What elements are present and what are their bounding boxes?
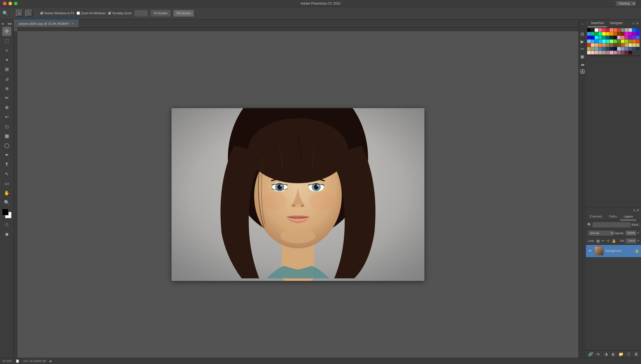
swatch-color[interactable] [625, 36, 628, 39]
swatch-color[interactable] [617, 28, 621, 32]
zoom-all-windows-checkbox[interactable]: Zoom All Windows [77, 12, 106, 15]
swatch-color[interactable] [621, 32, 624, 36]
swatch-color[interactable] [598, 36, 602, 39]
document-tab[interactable]: justyna-1838 copy @ 33.3% (RGB/8*) ✕ [14, 20, 79, 27]
crop-tool[interactable]: ⊞ [2, 65, 11, 74]
zoom-input[interactable]: 100% [134, 10, 148, 17]
layer-visibility-toggle[interactable]: 👁 [588, 249, 592, 253]
fit-screen-button[interactable]: Fit Screen [150, 10, 171, 17]
swatch-color[interactable] [606, 36, 609, 39]
opacity-input[interactable] [625, 230, 636, 236]
link-layers-icon[interactable]: 🔗 [588, 351, 593, 357]
swatch-color[interactable] [587, 51, 591, 54]
swatch-color[interactable] [628, 28, 632, 32]
swatch-color[interactable] [632, 36, 636, 39]
swatch-color[interactable] [598, 51, 602, 54]
swatch-color[interactable] [628, 32, 632, 36]
layers-panel-menu[interactable]: ≡ [633, 208, 635, 212]
swatch-color[interactable] [591, 40, 594, 43]
fill-screen-button[interactable]: Fill Screen [173, 10, 194, 17]
swatch-color[interactable] [628, 43, 632, 47]
swatch-color[interactable] [636, 40, 639, 43]
swatch-color[interactable] [617, 47, 621, 51]
swatch-color[interactable] [628, 40, 632, 43]
swatch-color[interactable] [613, 28, 617, 32]
layers-search-input[interactable] [592, 222, 630, 228]
right-icon-5[interactable]: ☁ [579, 61, 586, 67]
swatch-color[interactable] [625, 28, 628, 32]
blend-mode-select[interactable]: NormalDissolveMultiplyScreenOverlaySoft … [588, 230, 614, 236]
swatch-color[interactable] [595, 40, 598, 43]
swatch-color[interactable] [591, 36, 594, 39]
swatch-color[interactable] [621, 28, 624, 32]
lasso-tool[interactable]: ⌾ [2, 46, 11, 55]
eyedropper-tool[interactable]: ⊿ [2, 74, 11, 83]
swatch-color[interactable] [625, 47, 628, 51]
swatch-color[interactable] [632, 43, 636, 47]
swatch-color[interactable] [602, 28, 606, 32]
swatch-color[interactable] [636, 36, 639, 39]
eraser-tool[interactable]: ◻ [2, 122, 11, 131]
dodge-tool[interactable]: ◯ [2, 141, 11, 150]
status-icon[interactable]: 📄 [16, 359, 19, 363]
swatch-color[interactable] [621, 47, 624, 51]
swatch-color[interactable] [617, 51, 621, 54]
color-swatches[interactable] [2, 209, 12, 218]
swatch-color[interactable] [610, 43, 613, 47]
swatch-color[interactable] [617, 43, 621, 47]
swatch-color[interactable] [610, 47, 613, 51]
swatch-color[interactable] [632, 32, 636, 36]
collapse-panels-icon[interactable]: « [579, 21, 586, 27]
swatch-color[interactable] [606, 51, 609, 54]
swatch-color[interactable] [617, 36, 621, 39]
swatch-color[interactable] [606, 32, 609, 36]
swatch-color[interactable] [602, 32, 606, 36]
swatch-color[interactable] [595, 43, 598, 47]
shape-tool[interactable]: ▭ [2, 179, 11, 188]
maximize-button[interactable] [14, 2, 18, 5]
swatch-color[interactable] [632, 28, 636, 32]
swatch-color[interactable] [602, 43, 606, 47]
zoom-out-button[interactable]: − [25, 10, 32, 17]
swatch-color[interactable] [628, 36, 632, 39]
marquee-rect-tool[interactable]: ⬚ [2, 36, 11, 45]
swatch-color[interactable] [636, 28, 639, 32]
brush-tool[interactable]: ✏ [2, 93, 11, 102]
swatch-color[interactable] [613, 43, 617, 47]
swatch-color[interactable] [632, 47, 636, 51]
swatch-color[interactable] [587, 40, 591, 43]
channels-tab[interactable]: Channels [586, 213, 606, 220]
swatch-color[interactable] [598, 32, 602, 36]
foreground-color[interactable] [2, 209, 9, 215]
swatch-color[interactable] [628, 47, 632, 51]
swatch-color[interactable] [606, 47, 609, 51]
swatch-color[interactable] [598, 47, 602, 51]
scrubby-zoom-checkbox[interactable]: Scrubby Zoom [108, 12, 132, 15]
path-select-tool[interactable]: ↖ [2, 169, 11, 178]
swatches-tab[interactable]: Swatches [588, 20, 607, 27]
quick-select-tool[interactable]: ✦ [2, 55, 11, 64]
swatch-color[interactable] [636, 32, 639, 36]
lock-transparency-icon[interactable]: ▦ [596, 239, 600, 243]
swatch-color[interactable] [587, 47, 591, 51]
right-icon-3[interactable]: ✂ [579, 46, 586, 52]
hand-tool[interactable]: ✋ [2, 189, 11, 198]
swatch-color[interactable] [625, 43, 628, 47]
new-layer-icon[interactable]: 🗋 [626, 351, 631, 357]
swatch-color[interactable] [595, 47, 598, 51]
paths-tab[interactable]: Paths [606, 213, 620, 220]
swatch-color[interactable] [613, 51, 617, 54]
swatch-color[interactable] [595, 36, 598, 39]
swatch-color[interactable] [591, 28, 594, 32]
layers-tab[interactable]: Layers [620, 213, 636, 220]
lock-move-icon[interactable]: ✛ [607, 239, 610, 243]
swatch-color[interactable] [595, 32, 598, 36]
swatch-color[interactable] [591, 51, 594, 54]
delete-layer-icon[interactable]: 🗑 [633, 351, 639, 357]
swatches-close-btn[interactable]: ✕ [636, 21, 639, 25]
swatch-color[interactable] [587, 32, 591, 36]
fx-icon[interactable]: fx [595, 351, 601, 357]
swatch-color[interactable] [613, 40, 617, 43]
swatch-color[interactable] [591, 43, 594, 47]
swatch-color[interactable] [595, 28, 598, 32]
